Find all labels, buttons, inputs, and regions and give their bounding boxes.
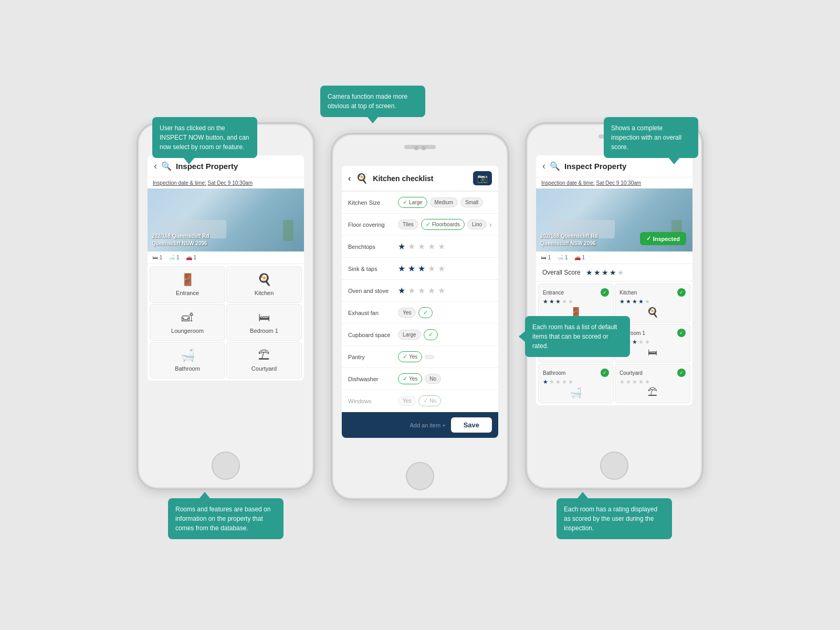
room-label: Bedroom 1 (250, 328, 278, 334)
option-no[interactable]: ✓ No (418, 395, 441, 406)
option-floorboards[interactable]: ✓ Floorboards (421, 219, 465, 230)
phone1-screen: ‹ 🔍 Inspect Property Inspection date & t… (148, 155, 304, 381)
phone2-frame: ‹ 🍳 Kitchen checklist 📷 Kitchen Size ✓ L… (331, 133, 509, 500)
bathroom-stars: ★ ★ ★ ★ ★ (543, 379, 609, 385)
camera-button[interactable]: 📷 (473, 171, 492, 185)
room-bedroom1[interactable]: 🛏 Bedroom 1 (226, 304, 302, 341)
phone2-screen: ‹ 🍳 Kitchen checklist 📷 Kitchen Size ✓ L… (342, 166, 498, 438)
phone3-screen: ‹ 🔍 Inspect Property Inspection date & t… (536, 155, 692, 405)
baths-feature: 🛁 1 (557, 255, 568, 260)
star5[interactable]: ★ (438, 286, 445, 296)
overall-stars: ★ ★ ★ ★ ★ (586, 268, 624, 277)
property-image: 202/168 Queenscliff Rd Queenscliff NSW 2… (148, 188, 304, 251)
search-icon: 🔍 (161, 161, 172, 171)
entrance-icon: 🚪 (181, 273, 195, 287)
phone1-frame: ‹ 🔍 Inspect Property Inspection date & t… (136, 122, 315, 490)
star1[interactable]: ★ (398, 242, 405, 251)
room-header-icon: 🍳 (356, 173, 368, 184)
option-lino[interactable]: Lino (467, 219, 487, 229)
back-button[interactable]: ‹ (154, 161, 157, 172)
star2[interactable]: ★ (408, 264, 415, 274)
option-yes[interactable]: Yes (398, 308, 416, 318)
bathroom-icon: 🛁 (543, 387, 609, 398)
star3[interactable]: ★ (418, 264, 425, 274)
room-label: Loungeroom (171, 328, 204, 334)
page-container: User has clicked on the INSPECT NOW butt… (10, 70, 830, 560)
option-large[interactable]: ✓ Large (398, 197, 427, 208)
option-medium[interactable]: Medium (430, 197, 458, 207)
option-tiles[interactable]: Tiles (398, 219, 418, 229)
option-yes[interactable]: Yes (398, 396, 416, 406)
star5[interactable]: ★ (438, 264, 445, 274)
star5[interactable]: ★ (438, 242, 445, 251)
score-card-bathroom[interactable]: Bathroom ✓ ★ ★ ★ ★ ★ 🛁 (538, 364, 614, 403)
star3[interactable]: ★ (418, 286, 425, 296)
checklist-sink-taps: Sink & taps ★ ★ ★ ★ ★ (342, 258, 498, 280)
room-kitchen[interactable]: 🍳 Kitchen (226, 266, 302, 303)
callout-phone2-middle: Each room has a list of default items th… (525, 316, 630, 357)
room-courtyard[interactable]: ⛱ Courtyard (226, 342, 302, 379)
checked-icon: ✓ (601, 288, 609, 297)
option-small[interactable]: Small (460, 197, 483, 207)
checklist-cupboard-space: Cupboard space Large ✓ (342, 324, 498, 346)
option-yes[interactable]: ✓ Yes (398, 373, 422, 384)
address-overlay: 202/168 Queenscliff Rd Queenscliff NSW 2… (152, 233, 209, 247)
room-bathroom[interactable]: 🛁 Bathroom (150, 342, 225, 379)
courtyard-stars: ★ ★ ★ ★ ★ (620, 379, 686, 385)
back-button[interactable]: ‹ (348, 174, 351, 183)
checklist-pantry: Pantry ✓ Yes (342, 346, 498, 368)
option-no[interactable]: No (425, 374, 441, 384)
option-large2[interactable]: ✓ (424, 329, 438, 340)
checklist-exhaust-fan: Exhaust fan Yes ✓ (342, 302, 498, 324)
star1[interactable]: ★ (398, 264, 405, 274)
plant-decoration (283, 220, 293, 241)
scroll-right-icon[interactable]: › (489, 220, 492, 229)
checklist-kitchen-size: Kitchen Size ✓ Large Medium Small (342, 192, 498, 214)
lounge-icon: 🛋 (182, 311, 193, 324)
beds-feature: 🛏 1 (541, 255, 551, 260)
option-no[interactable] (425, 355, 434, 359)
phone2-camera (414, 146, 426, 150)
star4[interactable]: ★ (428, 286, 435, 296)
option-yes[interactable]: ✓ Yes (398, 351, 422, 362)
search-icon: 🔍 (550, 161, 560, 171)
save-button[interactable]: Save (451, 417, 492, 433)
star1[interactable]: ★ (398, 286, 405, 296)
room-label: Courtyard (251, 365, 277, 372)
courtyard-icon: ⛱ (258, 349, 270, 362)
overall-score-label: Overall Score (542, 269, 581, 276)
cars-feature: 🚗 1 (186, 255, 196, 260)
callout-phone1-top: User has clicked on the INSPECT NOW butt… (152, 117, 257, 158)
overall-score-section: Overall Score ★ ★ ★ ★ ★ (536, 264, 692, 281)
kitchen-icon: 🍳 (257, 273, 271, 287)
beds-feature: 🛏 1 (153, 255, 162, 260)
property-image: 202/168 Queenscliff Rd Queenscliff NSW 2… (536, 188, 692, 251)
callout-phone1-bottom: Rooms and features are based on informat… (168, 498, 284, 539)
room-loungeroom[interactable]: 🛋 Loungeroom (150, 304, 225, 341)
courtyard-icon: ⛱ (620, 387, 686, 398)
option-large[interactable]: Large (398, 330, 421, 340)
star3[interactable]: ★ (418, 242, 425, 251)
option-yes2[interactable]: ✓ (418, 307, 433, 318)
checked-icon: ✓ (677, 369, 686, 377)
checklist-title: Kitchen checklist (373, 174, 468, 183)
add-item-label: Add an item + (410, 422, 445, 428)
star4[interactable]: ★ (428, 242, 435, 251)
inspected-badge: ✓ Inspected (640, 232, 686, 245)
phone3-frame: ‹ 🔍 Inspect Property Inspection date & t… (525, 122, 704, 490)
bedroom-icon: 🛏 (258, 311, 270, 324)
callout-phone2-top: Camera function made more obvious at top… (320, 86, 425, 117)
bathroom-icon: 🛁 (181, 349, 195, 362)
phone2-column: Camera function made more obvious at top… (331, 91, 509, 500)
score-card-courtyard[interactable]: Courtyard ✓ ★ ★ ★ ★ ★ ⛱ (615, 364, 690, 403)
room-entrance[interactable]: 🚪 Entrance (150, 266, 225, 303)
features-row: 🛏 1 🛁 1 🚗 1 (148, 251, 304, 264)
entrance-stars: ★ ★ ★ ★ ★ (543, 298, 609, 305)
checklist-header: ‹ 🍳 Kitchen checklist 📷 (342, 166, 498, 192)
star4[interactable]: ★ (428, 264, 435, 274)
back-button[interactable]: ‹ (542, 161, 545, 172)
callout-phone3-bottom: Each room has a rating displayed as scor… (556, 498, 672, 539)
star2[interactable]: ★ (408, 286, 415, 296)
phone1-column: User has clicked on the INSPECT NOW butt… (136, 122, 315, 539)
star2[interactable]: ★ (408, 242, 415, 251)
